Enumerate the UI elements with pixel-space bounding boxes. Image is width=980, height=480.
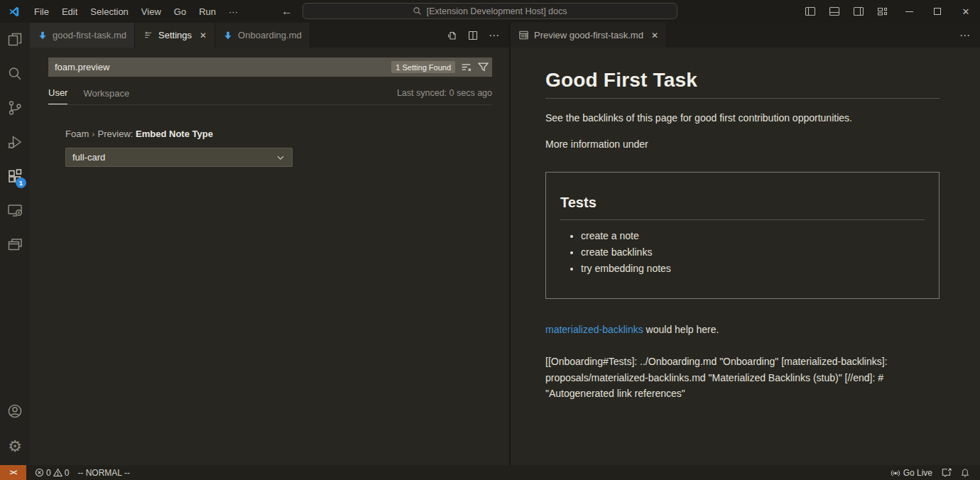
tab-preview-good-first-task[interactable]: Preview good-first-task.md ✕ [511, 23, 667, 48]
breadcrumb-separator: › [92, 129, 94, 139]
editor-group-preview: Preview good-first-task.md ✕ ⋯ Good Firs… [509, 23, 980, 465]
nav-back-icon[interactable]: ← [281, 5, 293, 18]
settings-scope-row: User Workspace Last synced: 0 secs ago [48, 85, 492, 105]
warning-icon [53, 468, 62, 477]
intro-paragraph: See the backlinks of this page for good … [545, 111, 940, 125]
remote-indicator[interactable]: >< [0, 465, 26, 480]
embed-note-type-select[interactable]: full-card [65, 148, 293, 167]
more-info-paragraph: More information under [545, 137, 940, 151]
setting-item-embed-note-type: Foam›Preview: Embed Note Type full-card [65, 129, 492, 167]
window-minimize-button[interactable] [895, 0, 923, 23]
right-tab-bar: Preview good-first-task.md ✕ ⋯ [511, 23, 980, 48]
setting-category: Foam [65, 129, 89, 139]
extensions-icon[interactable]: 1 [0, 159, 30, 193]
menu-overflow-icon[interactable]: ··· [222, 4, 244, 20]
backlink-paragraph: materialized-backlinks would help here. [545, 322, 940, 337]
setting-title: Foam›Preview: Embed Note Type [65, 129, 492, 139]
menu-edit[interactable]: Edit [55, 4, 84, 20]
menu-bar: File Edit Selection View Go Run ··· [28, 4, 244, 20]
menu-run[interactable]: Run [192, 4, 222, 20]
account-icon[interactable] [0, 394, 30, 428]
menu-go[interactable]: Go [168, 4, 192, 20]
toggle-secondary-sidebar-icon[interactable] [846, 0, 871, 23]
select-value: full-card [72, 152, 105, 163]
toggle-panel-icon[interactable] [822, 0, 846, 23]
scope-tab-workspace[interactable]: Workspace [83, 86, 129, 104]
problems-status[interactable]: 0 0 [31, 465, 73, 480]
titlebar-controls: ✕ [798, 0, 980, 23]
command-center-title: [Extension Development Host] docs [426, 6, 567, 16]
clear-search-filters-icon[interactable] [460, 61, 472, 73]
settings-gear-icon[interactable]: ⚙ [0, 428, 30, 465]
filter-settings-icon[interactable] [477, 61, 489, 73]
menu-file[interactable]: File [28, 4, 55, 20]
run-debug-icon[interactable] [0, 125, 30, 159]
tab-close-icon[interactable]: ✕ [651, 31, 658, 40]
activity-bar: 1 ⚙ [0, 23, 30, 465]
settings-sliders-icon [143, 30, 153, 40]
tab-label: good-first-task.md [53, 30, 126, 40]
settings-editor: 1 Setting Found User Workspace Last sync… [30, 48, 509, 465]
more-actions-icon[interactable]: ⋯ [956, 26, 974, 45]
more-actions-icon[interactable]: ⋯ [485, 26, 503, 45]
search-icon [413, 6, 422, 16]
go-live-button[interactable]: Go Live [886, 465, 937, 480]
tab-settings[interactable]: Settings ✕ [135, 23, 215, 48]
window-maximize-button[interactable] [923, 0, 952, 23]
left-tab-bar: good-first-task.md Settings ✕ Onboarding… [30, 23, 509, 48]
settings-search-controls: 1 Setting Found [391, 58, 489, 77]
list-item: try embedding notes [581, 263, 925, 274]
command-center-search[interactable]: [Extension Development Host] docs [303, 3, 677, 19]
markdown-file-icon [223, 31, 233, 40]
settings-search-bar: 1 Setting Found [48, 58, 492, 77]
list-item: create backlinks [581, 247, 925, 258]
markdown-preview: Good First Task See the backlinks of thi… [511, 48, 980, 465]
embedded-note-card: Tests create a note create backlinks try… [545, 172, 940, 299]
broadcast-icon [891, 468, 900, 478]
status-bar-right: Go Live [886, 465, 980, 480]
markdown-file-icon [38, 31, 48, 40]
remote-explorer-icon[interactable] [0, 193, 30, 227]
customize-layout-icon[interactable] [871, 0, 895, 23]
feedback-icon[interactable] [937, 465, 956, 480]
vim-mode-indicator[interactable]: -- NORMAL -- [73, 465, 134, 480]
card-title: Tests [560, 195, 925, 220]
tab-good-first-task[interactable]: good-first-task.md [30, 23, 135, 48]
split-editor-icon[interactable] [464, 26, 482, 45]
status-bar: >< 0 0 -- NORMAL -- Go Live [0, 465, 980, 480]
tab-label: Settings [158, 30, 192, 40]
left-editor-actions: ⋯ [442, 23, 509, 48]
menu-view[interactable]: View [135, 4, 168, 20]
windows-panel-icon[interactable] [0, 227, 30, 261]
scope-tab-user[interactable]: User [48, 85, 67, 104]
vscode-window: File Edit Selection View Go Run ··· ← → … [0, 0, 980, 480]
extensions-badge: 1 [16, 178, 26, 188]
setting-name: Embed Note Type [136, 129, 213, 139]
tab-onboarding[interactable]: Onboarding.md [215, 23, 310, 48]
materialized-backlinks-link[interactable]: materialized-backlinks [545, 324, 643, 335]
tab-close-icon[interactable]: ✕ [200, 31, 207, 40]
workbench: 1 ⚙ good-first-task.md [0, 23, 980, 465]
preview-icon [518, 30, 529, 40]
tab-label: Preview good-first-task.md [534, 30, 643, 40]
explorer-icon[interactable] [0, 23, 30, 57]
error-count: 0 [46, 468, 51, 478]
chevron-down-icon [276, 153, 285, 163]
toggle-sidebar-icon[interactable] [798, 0, 822, 23]
window-close-button[interactable]: ✕ [952, 0, 980, 23]
source-control-icon[interactable] [0, 91, 30, 125]
last-synced-label: Last synced: 0 secs ago [397, 88, 492, 102]
warning-count: 0 [65, 468, 70, 478]
card-list: create a note create backlinks try embed… [560, 231, 925, 274]
error-icon [35, 468, 44, 477]
right-editor-actions: ⋯ [956, 23, 980, 48]
open-settings-json-icon[interactable] [442, 26, 461, 45]
backlink-tail: would help here. [643, 324, 719, 335]
go-live-label: Go Live [903, 468, 932, 478]
vscode-logo-icon [8, 5, 21, 18]
notifications-bell-icon[interactable] [956, 465, 974, 480]
tab-label: Onboarding.md [238, 30, 302, 40]
title-bar: File Edit Selection View Go Run ··· ← → … [0, 0, 980, 23]
search-view-icon[interactable] [0, 57, 30, 91]
menu-selection[interactable]: Selection [84, 4, 134, 20]
